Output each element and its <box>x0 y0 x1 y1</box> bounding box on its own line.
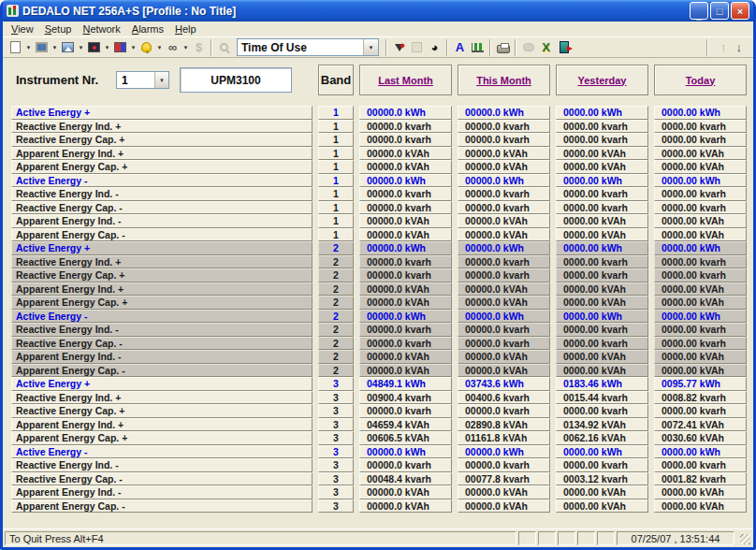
row-value-today: 0000.00 kWh <box>654 445 747 459</box>
row-value-last-month: 00000.0 kWh <box>359 445 452 459</box>
instrument-select-arrow[interactable]: ▼ <box>154 72 168 88</box>
menu-view[interactable]: View <box>7 22 38 36</box>
chevron-down-icon[interactable]: ▼ <box>182 45 190 51</box>
row-value-yesterday: 0000.00 kVAh <box>556 228 648 242</box>
row-value-today: 0000.00 kvarh <box>654 404 747 418</box>
combobox-arrow-button[interactable]: ▼ <box>363 39 378 55</box>
table-row: Active Energy -200000.0 kWh00000.0 kWh00… <box>11 310 745 324</box>
monitor-icon <box>36 42 48 52</box>
table-row: Reactive Energy Cap. -300048.4 kvarh0007… <box>11 472 745 486</box>
exit-button[interactable] <box>555 38 573 56</box>
bell-icon <box>141 42 152 52</box>
column-header-today[interactable]: Today <box>654 65 747 95</box>
glasses-view-button[interactable]: ∞ <box>164 38 182 56</box>
row-value-last-month: 00000.0 kVAh <box>359 485 452 499</box>
row-label: Active Energy + <box>11 241 313 255</box>
minimize-button[interactable]: _ <box>690 2 708 20</box>
close-button[interactable]: × <box>731 2 749 20</box>
row-value-this-month: 00000.0 kWh <box>458 106 550 120</box>
row-band: 1 <box>318 106 354 120</box>
row-value-today: 0030.60 kVAh <box>654 431 747 445</box>
device-name-field[interactable]: UPM3100 <box>180 67 292 93</box>
row-value-yesterday: 0015.44 kvarh <box>556 391 648 405</box>
chart-view-button[interactable] <box>111 38 129 56</box>
alarms-button[interactable] <box>138 38 155 56</box>
chart-edit-button[interactable] <box>469 38 487 56</box>
profile-combobox-value: Time Of Use <box>238 39 363 55</box>
chevron-down-icon[interactable]: ▼ <box>77 45 85 51</box>
toolbar-separator <box>446 39 448 56</box>
row-value-this-month: 00000.0 kVAh <box>458 282 550 297</box>
chevron-down-icon[interactable]: ▼ <box>155 45 164 51</box>
table-body: Active Energy +100000.0 kWh00000.0 kWh00… <box>11 106 745 513</box>
row-value-yesterday: 0000.00 kVAh <box>556 296 648 310</box>
scroll-down-icon[interactable]: ↓ <box>736 40 743 54</box>
zoom-button <box>215 38 233 56</box>
instrument-select[interactable]: 1 ▼ <box>116 71 169 89</box>
row-value-this-month: 00000.0 kvarh <box>458 201 550 215</box>
table-row: Apparent Energy Ind. -300000.0 kVAh00000… <box>11 485 745 499</box>
resize-grip[interactable] <box>736 531 751 545</box>
image-view-button[interactable] <box>59 38 77 56</box>
row-value-yesterday: 0000.00 kVAh <box>556 350 648 364</box>
table-row: Active Energy +200000.0 kWh00000.0 kWh00… <box>11 241 745 255</box>
table-row: Reactive Energy Cap. -200000.0 kvarh0000… <box>11 337 745 351</box>
excel-export-button[interactable]: X <box>537 38 555 56</box>
print-button[interactable] <box>494 38 512 56</box>
app-icon <box>7 5 19 17</box>
font-button[interactable]: A <box>451 38 469 56</box>
row-label: Reactive Energy Cap. - <box>11 337 313 351</box>
chevron-down-icon[interactable]: ▼ <box>129 45 138 51</box>
profile-combobox[interactable]: Time Of Use ▼ <box>237 38 379 56</box>
close-icon: × <box>737 6 743 17</box>
row-value-last-month: 00000.0 kVAh <box>359 499 452 514</box>
row-band: 1 <box>318 147 354 161</box>
row-value-yesterday: 0000.00 kvarh <box>556 458 648 472</box>
row-value-last-month: 00048.4 kvarh <box>359 472 452 486</box>
filter-icon <box>395 44 404 51</box>
monitor-view-button[interactable] <box>33 38 51 56</box>
menu-bar: View Setup Network Alarms Help <box>3 22 753 36</box>
row-value-this-month: 00000.0 kvarh <box>458 323 550 337</box>
row-value-last-month: 00000.0 kvarh <box>359 268 452 282</box>
row-label: Reactive Energy Cap. - <box>11 201 313 215</box>
row-label: Reactive Energy Cap. + <box>11 404 313 418</box>
column-header-this-month[interactable]: This Month <box>458 65 550 95</box>
pie-button[interactable]: ◕ <box>426 38 443 56</box>
table-row: Apparent Energy Cap. -300000.0 kVAh00000… <box>11 499 745 514</box>
row-value-last-month: 00000.0 kWh <box>359 310 452 324</box>
menu-network[interactable]: Network <box>78 22 124 36</box>
row-band: 2 <box>318 282 354 297</box>
row-label: Reactive Energy Ind. + <box>11 255 313 269</box>
histogram-view-button[interactable] <box>85 38 103 56</box>
row-label: Apparent Energy Cap. - <box>11 364 313 378</box>
row-label: Apparent Energy Ind. + <box>11 418 313 432</box>
column-header-yesterday[interactable]: Yesterday <box>556 65 648 95</box>
chevron-down-icon[interactable]: ▼ <box>51 45 59 51</box>
menu-help[interactable]: Help <box>170 22 201 36</box>
row-value-this-month: 00000.0 kVAh <box>458 485 550 499</box>
row-value-yesterday: 0000.00 kvarh <box>556 133 648 147</box>
chevron-down-icon[interactable]: ▼ <box>24 45 33 51</box>
row-value-yesterday: 0000.00 kVAh <box>556 214 648 228</box>
filter-edit-button[interactable] <box>390 38 408 56</box>
pie-icon: ◕ <box>431 41 439 53</box>
table-row: Reactive Energy Ind. -200000.0 kvarh0000… <box>11 323 745 337</box>
row-value-yesterday: 0062.16 kVAh <box>556 431 648 445</box>
row-value-today: 0000.00 kvarh <box>654 120 747 134</box>
row-value-this-month: 02890.8 kVAh <box>458 418 550 432</box>
row-band: 3 <box>318 431 354 445</box>
row-value-yesterday: 0000.00 kWh <box>556 174 648 188</box>
new-document-button[interactable] <box>7 38 24 56</box>
title-bar: DEDALO NET 256A+S [Profile : No Title] _… <box>3 0 753 22</box>
row-label: Reactive Energy Cap. + <box>11 268 313 282</box>
chevron-down-icon[interactable]: ▼ <box>103 45 111 51</box>
menu-alarms[interactable]: Alarms <box>127 22 168 36</box>
row-label: Apparent Energy Cap. - <box>11 499 313 514</box>
menu-setup[interactable]: Setup <box>40 22 77 36</box>
excel-icon: X <box>542 41 550 53</box>
row-value-last-month: 00000.0 kvarh <box>359 255 452 269</box>
maximize-button[interactable]: □ <box>710 2 729 20</box>
row-band: 2 <box>318 337 354 351</box>
column-header-last-month[interactable]: Last Month <box>359 65 452 95</box>
